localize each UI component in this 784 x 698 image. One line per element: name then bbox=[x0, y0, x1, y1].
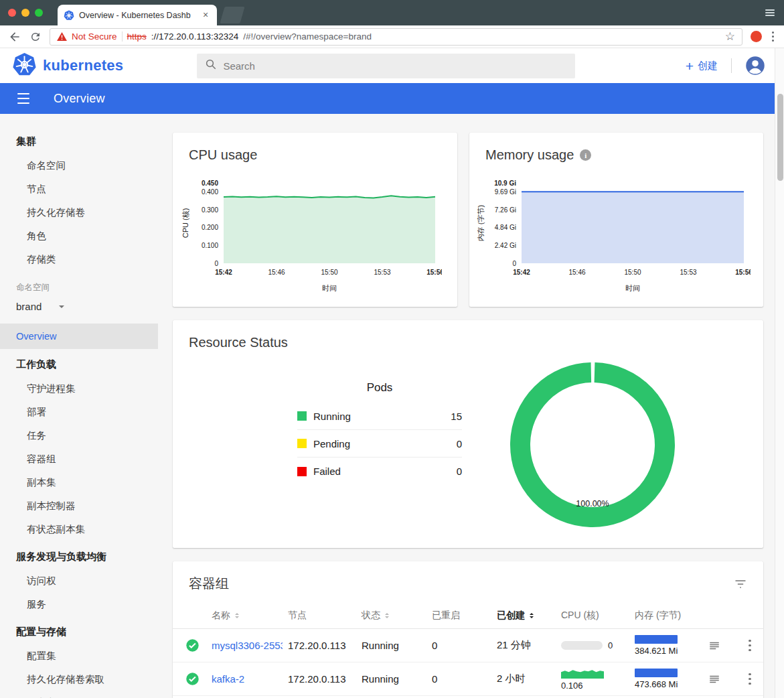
sidebar: 集群 命名空间 节点 持久化存储卷 角色 存储类 命名空间 brand Over… bbox=[0, 114, 158, 698]
column-header-memory[interactable]: 内存 (字节) bbox=[635, 610, 708, 622]
sidebar-item-roles[interactable]: 角色 bbox=[0, 224, 158, 248]
column-label-name: 名称 bbox=[212, 610, 230, 622]
address-bar[interactable]: Not Secure https ://172.20.0.113:32324 /… bbox=[50, 28, 742, 46]
pod-memory-value: 384.621 Mi bbox=[635, 646, 708, 656]
close-window-button[interactable] bbox=[8, 9, 16, 17]
browser-menu-icon[interactable] bbox=[770, 31, 776, 43]
sidebar-item-replication-controllers[interactable]: 副本控制器 bbox=[0, 494, 158, 518]
create-button[interactable]: 创建 bbox=[686, 59, 718, 73]
namespace-label: 命名空间 bbox=[0, 271, 158, 295]
reload-icon[interactable] bbox=[29, 31, 42, 43]
browser-tab[interactable]: Overview - Kubernetes Dashb bbox=[58, 5, 217, 25]
sidebar-item-jobs[interactable]: 任务 bbox=[0, 424, 158, 447]
sidebar-item-secrets[interactable]: 保密字典 bbox=[0, 691, 158, 698]
sort-icon bbox=[235, 611, 239, 620]
pod-restarts: 0 bbox=[432, 640, 497, 651]
column-header-cpu[interactable]: CPU (核) bbox=[561, 610, 635, 622]
logs-icon[interactable] bbox=[708, 640, 736, 652]
tab-close-icon[interactable] bbox=[200, 10, 211, 21]
svg-text:2.42 Gi: 2.42 Gi bbox=[495, 242, 516, 249]
user-avatar-icon[interactable] bbox=[745, 56, 765, 76]
window-controls bbox=[8, 9, 43, 17]
svg-text:100.00%: 100.00% bbox=[576, 499, 609, 508]
svg-text:15:42: 15:42 bbox=[215, 269, 232, 276]
column-header-node[interactable]: 节点 bbox=[288, 610, 362, 622]
back-icon[interactable] bbox=[8, 30, 21, 44]
search-input[interactable] bbox=[223, 60, 567, 72]
url-host: ://172.20.0.113:32324 bbox=[151, 31, 238, 42]
scrollbar[interactable] bbox=[775, 48, 784, 698]
svg-text:4.84 Gi: 4.84 Gi bbox=[495, 224, 516, 231]
pod-name-link[interactable]: mysql3306-2553 bbox=[212, 640, 283, 651]
column-header-created[interactable]: 已创建 bbox=[497, 610, 561, 622]
svg-text:0: 0 bbox=[214, 260, 218, 267]
svg-text:时间: 时间 bbox=[322, 284, 337, 292]
svg-text:15:56: 15:56 bbox=[735, 269, 751, 276]
sidebar-item-services[interactable]: 服务 bbox=[0, 593, 158, 616]
kubernetes-brand[interactable]: kubernetes bbox=[12, 52, 123, 80]
svg-text:内存 (字节): 内存 (字节) bbox=[477, 205, 485, 241]
column-header-name[interactable]: 名称 bbox=[212, 610, 288, 622]
table-header-row: 名称 节点 状态 已重启 已创建 CPU (核) 内存 (字节) bbox=[173, 602, 763, 629]
column-header-restarts[interactable]: 已重启 bbox=[432, 610, 497, 622]
scrollbar-thumb[interactable] bbox=[777, 94, 783, 181]
sidebar-item-pods[interactable]: 容器组 bbox=[0, 447, 158, 471]
info-icon[interactable] bbox=[580, 149, 591, 161]
row-menu-icon[interactable] bbox=[736, 638, 763, 652]
main-panel: CPU usage 0.4500.4000.3000.2000.100015:4… bbox=[158, 114, 784, 698]
sort-icon bbox=[530, 611, 534, 620]
minimize-window-button[interactable] bbox=[21, 9, 29, 17]
sidebar-item-config-maps[interactable]: 配置集 bbox=[0, 644, 158, 668]
pod-name-link[interactable]: kafka-2 bbox=[212, 673, 283, 685]
sidebar-item-replica-sets[interactable]: 副本集 bbox=[0, 471, 158, 494]
column-label-cpu: CPU (核) bbox=[561, 610, 599, 622]
memory-usage-card: Memory usage 10.9 Gi9.69 Gi7.26 Gi4.84 G… bbox=[469, 133, 763, 307]
content-area: 集群 命名空间 节点 持久化存储卷 角色 存储类 命名空间 brand Over… bbox=[0, 114, 784, 698]
failed-count: 0 bbox=[457, 466, 462, 477]
sidebar-item-ingresses[interactable]: 访问权 bbox=[0, 569, 158, 593]
sidebar-item-storage-classes[interactable]: 存储类 bbox=[0, 248, 158, 271]
row-menu-icon[interactable] bbox=[736, 672, 763, 686]
pending-count: 0 bbox=[457, 438, 462, 449]
kubernetes-logo-icon bbox=[12, 52, 37, 80]
pod-age: 2 小时 bbox=[497, 673, 561, 685]
svg-text:0: 0 bbox=[512, 260, 516, 267]
filter-icon[interactable] bbox=[734, 577, 747, 591]
resource-status-card: Resource Status Pods Running 15 Pending … bbox=[173, 320, 763, 548]
sidebar-item-namespaces[interactable]: 命名空间 bbox=[0, 154, 158, 178]
sidebar-item-nodes[interactable]: 节点 bbox=[0, 178, 158, 201]
resource-status-title: Resource Status bbox=[173, 320, 763, 354]
kubernetes-favicon-icon bbox=[64, 10, 74, 21]
cpu-sparkline bbox=[561, 668, 635, 679]
sidebar-item-stateful-sets[interactable]: 有状态副本集 bbox=[0, 518, 158, 541]
pod-node: 172.20.0.113 bbox=[288, 673, 362, 685]
column-header-status[interactable]: 状态 bbox=[362, 610, 432, 622]
search-box[interactable] bbox=[197, 54, 575, 78]
namespace-selector[interactable]: brand bbox=[0, 295, 158, 318]
svg-text:15:53: 15:53 bbox=[374, 269, 390, 276]
new-tab-button[interactable] bbox=[220, 7, 244, 23]
column-label-memory: 内存 (字节) bbox=[635, 610, 681, 622]
pod-memory-value: 473.668 Mi bbox=[635, 679, 708, 689]
sidebar-item-daemon-sets[interactable]: 守护进程集 bbox=[0, 377, 158, 401]
menu-icon[interactable] bbox=[17, 92, 29, 106]
table-row: mysql3306-2553 172.20.0.113 Running 0 21… bbox=[173, 629, 763, 662]
tab-strip: Overview - Kubernetes Dashb bbox=[0, 0, 784, 25]
logs-icon[interactable] bbox=[708, 673, 736, 685]
column-label-status: 状态 bbox=[362, 610, 380, 622]
brand-name: kubernetes bbox=[43, 57, 123, 74]
tab-strip-menu-icon[interactable] bbox=[765, 9, 775, 16]
bookmark-star-icon[interactable] bbox=[725, 29, 735, 44]
sidebar-item-persistent-volume-claims[interactable]: 持久化存储卷索取 bbox=[0, 668, 158, 691]
svg-text:9.69 Gi: 9.69 Gi bbox=[495, 188, 516, 196]
extension-icon[interactable] bbox=[751, 31, 762, 42]
memory-card-title: Memory usage bbox=[469, 133, 763, 167]
sidebar-item-deployments[interactable]: 部署 bbox=[0, 401, 158, 424]
svg-text:15:53: 15:53 bbox=[680, 269, 696, 276]
sidebar-item-persistent-volumes[interactable]: 持久化存储卷 bbox=[0, 201, 158, 224]
fullscreen-window-button[interactable] bbox=[35, 9, 43, 17]
svg-text:15:46: 15:46 bbox=[268, 269, 285, 276]
table-row: kafka-2 172.20.0.113 Running 0 2 小时 0.10… bbox=[173, 662, 763, 696]
svg-text:0.100: 0.100 bbox=[202, 242, 218, 249]
sidebar-item-overview[interactable]: Overview bbox=[0, 324, 158, 349]
